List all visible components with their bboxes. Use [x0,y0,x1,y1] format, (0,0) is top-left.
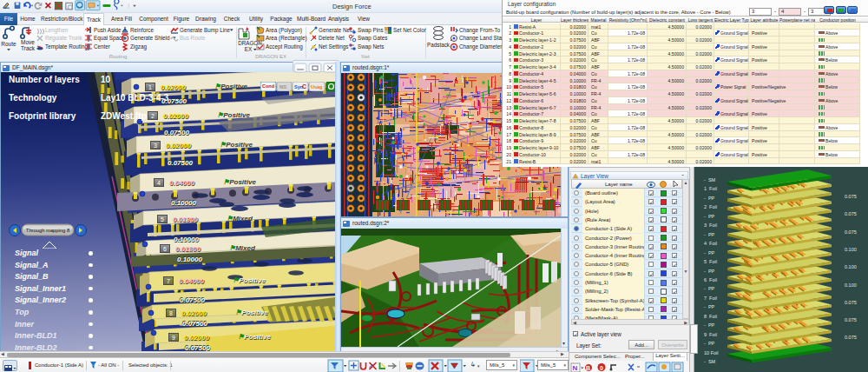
svg-text:Set Net Color: Set Net Color [393,27,426,33]
svg-text:Reinforce: Reinforce [130,27,154,33]
svg-text:Change Diameter: Change Diameter [459,43,502,50]
svg-text:Through mapping 8: Through mapping 8 [26,228,69,233]
svg-text:B: B [586,365,590,371]
svg-text:Net Settings: Net Settings [319,43,348,50]
svg-text:C: C [302,83,306,90]
svg-text:Change Land Status: Change Land Status [459,35,502,42]
svg-text:Generate Net: Generate Net [319,27,352,33]
svg-text:N: N [573,364,578,372]
svg-text:Area (Polygon): Area (Polygon) [266,27,302,34]
svg-text:Cond: Cond [262,83,274,89]
svg-text:NS: NS [279,84,286,90]
svg-text:Change From-To: Change From-To [459,27,501,34]
svg-text:Lengthen: Lengthen [45,27,69,34]
svg-text:Usag: Usag [311,84,322,90]
svg-text:Area (Rectangle): Area (Rectangle) [266,35,307,42]
svg-text:Route: Route [1,41,16,47]
svg-text:Track: Track [21,45,36,51]
svg-text:Swap Nets: Swap Nets [358,43,384,50]
svg-text:EX: EX [245,46,253,52]
svg-text:Push Aside: Push Aside [94,27,122,33]
svg-text:0: 0 [600,365,603,371]
svg-text:Padstack: Padstack [427,42,450,48]
svg-text:Accept Routing: Accept Routing [266,43,303,50]
svg-text:Delete Net: Delete Net [319,35,345,41]
svg-text:Generate Shield: Generate Shield [130,35,170,41]
svg-text:Regulate Trunk: Regulate Trunk [45,35,83,42]
svg-text:Center: Center [94,43,110,50]
svg-text:Move: Move [21,39,35,45]
svg-text:Equal Space: Equal Space [94,35,125,42]
svg-text:Bus Route: Bus Route [180,35,206,41]
svg-text:Swap Gates: Swap Gates [358,35,387,42]
svg-text:Zigzag: Zigzag [130,43,147,50]
svg-text:Generate Bump Line: Generate Bump Line [180,27,231,34]
svg-text:Swap Pins: Swap Pins [358,27,384,34]
svg-text:Template Routing: Template Routing [45,43,89,50]
